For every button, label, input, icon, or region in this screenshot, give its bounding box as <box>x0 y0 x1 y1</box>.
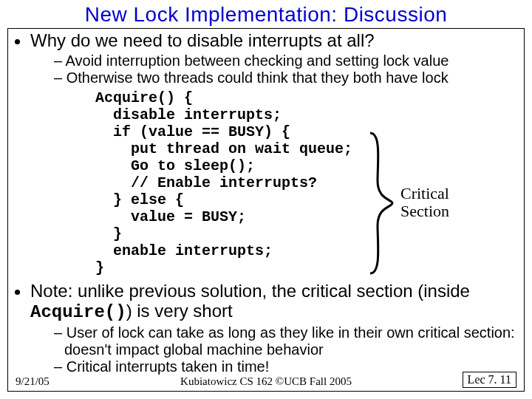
critical-section-label: Critical Section <box>400 185 449 220</box>
note-post: ) is very short <box>126 301 233 321</box>
bullet-note: Note: unlike previous solution, the crit… <box>30 281 518 375</box>
footer-center: Kubiatowicz CS 162 ©UCB Fall 2005 <box>16 375 516 388</box>
bullet-why-disable: Why do we need to disable interrupts at … <box>30 30 518 86</box>
sub-avoid-interruption: Avoid interruption between checking and … <box>54 52 518 69</box>
sub-user-lock: User of lock can take as long as they li… <box>54 324 518 358</box>
bullet-list-2: Note: unlike previous solution, the crit… <box>14 281 518 375</box>
slide-title: New Lock Implementation: Discussion <box>7 3 525 27</box>
sub-otherwise: Otherwise two threads could think that t… <box>54 69 518 86</box>
note-pre: Note: unlike previous solution, the crit… <box>30 281 470 301</box>
content-frame: Why do we need to disable interrupts at … <box>7 28 525 392</box>
bullet-list: Why do we need to disable interrupts at … <box>14 30 518 86</box>
note-code: Acquire() <box>30 302 126 322</box>
slide: New Lock Implementation: Discussion Why … <box>0 0 532 399</box>
footer-page: Lec 7. 11 <box>463 372 516 388</box>
critical-section-annotation: Critical Section <box>366 129 485 277</box>
sub-list-2: User of lock can take as long as they li… <box>30 324 518 375</box>
sub-critical-interrupts: Critical interrupts taken in time! <box>54 358 518 375</box>
critical-l2: Section <box>400 202 449 220</box>
bullet-text: Why do we need to disable interrupts at … <box>30 30 375 50</box>
right-brace-icon <box>366 129 396 277</box>
critical-l1: Critical <box>400 184 449 202</box>
sub-list-1: Avoid interruption between checking and … <box>30 52 518 86</box>
